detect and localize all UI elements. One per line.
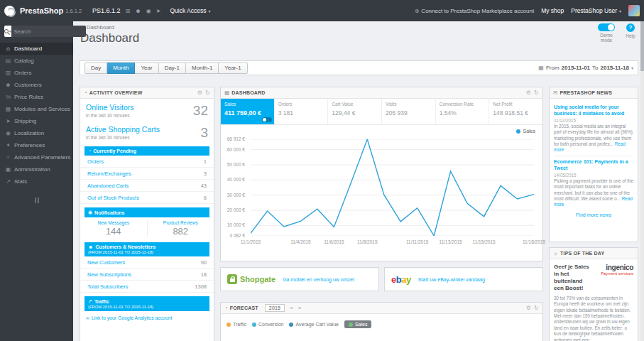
news-article-title-link[interactable]: Ecommerce 101: Payments in a Tweet [554, 158, 633, 171]
abandoned-carts-link[interactable]: Abandoned Carts [87, 183, 129, 189]
filter-year-button[interactable]: Year [135, 63, 158, 74]
new-customers-link[interactable]: New Customers [87, 259, 125, 266]
sidebar-item-orders[interactable]: ▥ Orders [0, 67, 73, 79]
sidebar-collapse-handle[interactable] [32, 197, 42, 203]
scrollbar[interactable] [640, 21, 644, 341]
gear-icon[interactable]: ⚙ [526, 90, 531, 96]
sidebar-item-label: Customers [14, 82, 42, 88]
gear-icon[interactable]: ⚙ [197, 90, 202, 96]
person-icon[interactable]: ☻ [135, 8, 141, 14]
orders-link[interactable]: Orders [87, 158, 104, 165]
google-analytics-link[interactable]: Link to your Google Analytics account [92, 315, 172, 320]
refresh-icon[interactable]: ↻ [534, 305, 539, 311]
page-title: Dashboard [80, 31, 139, 45]
my-shop-link[interactable]: My shop [541, 7, 564, 14]
cart-icon[interactable]: ⊞ [126, 8, 131, 14]
date-to-value: 2015-11-18 [601, 65, 629, 71]
sidebar-item-preferences[interactable]: ✦ Preferences [0, 139, 73, 151]
link-icon: ∞ [86, 315, 89, 320]
refresh-icon[interactable]: ↻ [205, 90, 210, 96]
kpi-config-toggle[interactable] [262, 117, 272, 122]
kpi-label: Conversion Rate [440, 102, 486, 107]
kpi-orders[interactable]: Orders 3 181 [274, 99, 328, 124]
gear-icon[interactable]: ⚙ [526, 305, 531, 311]
main-content: ⌂ Dashboard Dashboard Demo mode ? Help D… [73, 21, 644, 341]
ebay-link[interactable]: Start uw eBay-winkel vandaag [418, 277, 485, 282]
find-more-news-link[interactable]: Find more news [576, 212, 611, 217]
breadcrumb[interactable]: ⌂ Dashboard [81, 24, 114, 31]
active-carts-link[interactable]: Active Shopping Carts [86, 126, 200, 134]
kpi-cart-value[interactable]: Cart Value 129,44 € [327, 99, 381, 124]
demo-mode-toggle[interactable] [598, 23, 615, 31]
sidebar-item-shipping[interactable]: ➤ Shipping [0, 115, 73, 127]
total-subscribers-count: 1308 [195, 283, 207, 290]
filter-day-button[interactable]: Day [84, 63, 107, 74]
tips-of-the-day-panel: ☼ TIPS OF THE DAY Geef je Sales in het b… [549, 247, 638, 341]
notifications-columns: New Messages 144 Product Reviews 882 [80, 217, 214, 239]
panel-title: DASHBOARD [231, 90, 265, 95]
filter-month-1-button[interactable]: Month-1 [186, 63, 219, 74]
ebay-promo[interactable]: ebay Start uw eBay-winkel vandaag [384, 267, 543, 291]
filter-day-1-button[interactable]: Day-1 [159, 63, 186, 74]
filter-toolbar: Day Month Year Day-1 Month-1 Year-1 ▦ Fr… [80, 60, 638, 75]
avatar[interactable] [628, 5, 640, 16]
sidebar-item-modules[interactable]: ▦ Modules and Services [0, 103, 73, 115]
forecast-legend-sales[interactable]: Sales [344, 320, 372, 328]
kpi-net-profit[interactable]: Net Profit 148 918,51 € [489, 99, 542, 124]
sidebar-item-dashboard[interactable]: ⌂ Dashboard [0, 43, 73, 55]
news-article-title-link[interactable]: Using social media for your business: 4 … [554, 104, 633, 117]
filter-year-1-button[interactable]: Year-1 [219, 63, 247, 74]
kpi-sales[interactable]: Sales 411 759,00 € [221, 99, 274, 124]
forecast-year-select[interactable]: 2015 [265, 304, 285, 312]
shopgate-promo[interactable]: Shopgate Ga mobiel en verhoog uw omzet [220, 267, 379, 291]
help-icon[interactable]: ? [626, 23, 635, 32]
kpi-conversion-rate[interactable]: Conversion Rate 1.54% [435, 99, 489, 124]
search-input[interactable] [11, 26, 86, 37]
forecast-prev-button[interactable]: « [290, 305, 293, 311]
user-menu[interactable]: PrestaShop User ▾ [571, 7, 621, 14]
online-visitors-link[interactable]: Online Visitors [86, 104, 193, 112]
online-visitors-value: 32 [193, 103, 208, 119]
product-reviews-label: Product Reviews [148, 220, 214, 225]
sidebar-item-label: Advanced Parameters [14, 154, 70, 161]
sidebar-item-administration[interactable]: ▣ Administration [0, 163, 73, 175]
total-subscribers-link[interactable]: Total Subscribers [87, 283, 129, 290]
chart-legend[interactable]: Sales [516, 129, 535, 134]
forecast-legend-conversion[interactable]: Conversion [252, 322, 283, 327]
sidebar-item-localization[interactable]: ◉ Localization [0, 127, 73, 139]
filter-month-button[interactable]: Month [107, 63, 135, 74]
abandoned-carts-count: 43 [201, 183, 207, 189]
product-reviews-stat[interactable]: Product Reviews 882 [147, 220, 214, 237]
scrollbar-thumb[interactable] [640, 21, 644, 71]
search-scope-button[interactable]: ▾ [4, 26, 11, 37]
forecast-legend-average-cart-value[interactable]: Average Cart Value [289, 322, 338, 327]
kpi-visits[interactable]: Visits 205 939 [381, 99, 435, 124]
marketplace-link[interactable]: ⊕ Connect to PrestaShop Marketplace acco… [415, 8, 534, 14]
shop-name-link[interactable]: PS1.6.1.2 [92, 7, 121, 14]
sidebar-item-label: Preferences [14, 142, 45, 148]
rocket-icon[interactable]: ➤ [156, 8, 161, 14]
out-of-stock-link[interactable]: Out of Stock Products [87, 195, 139, 201]
shopgate-link[interactable]: Ga mobiel en verhoog uw omzet [283, 277, 354, 282]
legend-label: Traffic [233, 322, 246, 327]
sidebar-item-price-rules[interactable]: % Price Rules [0, 91, 73, 103]
refresh-icon[interactable]: ↻ [534, 90, 539, 96]
bell-icon[interactable]: ◉ [146, 8, 151, 14]
news-footer: Find more news [554, 210, 633, 221]
new-subscriptions-link[interactable]: New Subscriptions [87, 271, 131, 278]
new-messages-stat[interactable]: New Messages 144 [80, 220, 147, 237]
returns-link[interactable]: Return/Exchanges [87, 170, 131, 177]
legend-label: Sales [355, 322, 368, 327]
date-range-picker[interactable]: ▦ From 2015-11-01 To 2015-11-18 ▾ [538, 65, 633, 71]
orders-count: 1 [204, 158, 207, 165]
sidebar-item-stats[interactable]: ↗ Stats [0, 175, 73, 188]
sidebar-item-advanced-parameters[interactable]: ✧ Advanced Parameters [0, 151, 73, 163]
forecast-legend-traffic[interactable]: Traffic [227, 322, 246, 327]
dashboard-icon: ▦ [224, 90, 229, 96]
quick-access-menu[interactable]: Quick Access ▾ [170, 7, 210, 14]
sidebar-item-catalog[interactable]: ▤ Catalog [0, 55, 73, 67]
panel-title: PRESTASHOP NEWS [560, 90, 612, 95]
ebay-logo: ebay [391, 274, 411, 285]
sidebar-item-customers[interactable]: ☻ Customers [0, 79, 73, 91]
forecast-next-button[interactable]: » [298, 305, 302, 311]
